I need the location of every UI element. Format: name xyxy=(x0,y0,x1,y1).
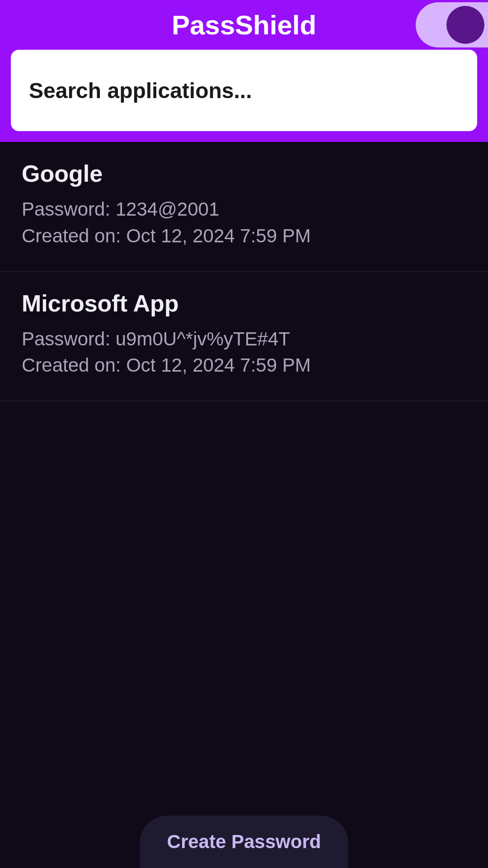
entry-created: Created on: Oct 12, 2024 7:59 PM xyxy=(22,352,466,379)
list-item[interactable]: Microsoft App Password: u9m0U^*jv%yTE#4T… xyxy=(0,272,488,401)
header: PassShield xyxy=(0,0,488,142)
app-title: PassShield xyxy=(172,9,316,41)
toggle-knob xyxy=(446,6,484,44)
app-screen: PassShield Google Password: 1234@2001 Cr… xyxy=(0,0,488,868)
create-password-button[interactable]: Create Password xyxy=(140,816,348,868)
list-item[interactable]: Google Password: 1234@2001 Created on: O… xyxy=(0,142,488,272)
entry-password: Password: u9m0U^*jv%yTE#4T xyxy=(22,326,466,353)
entry-name: Microsoft App xyxy=(22,290,466,317)
title-bar: PassShield xyxy=(0,0,488,50)
entry-name: Google xyxy=(22,160,466,187)
entry-created: Created on: Oct 12, 2024 7:59 PM xyxy=(22,223,466,250)
search-input[interactable] xyxy=(11,50,477,131)
search-container xyxy=(0,50,488,131)
entry-password: Password: 1234@2001 xyxy=(22,196,466,223)
password-list: Google Password: 1234@2001 Created on: O… xyxy=(0,142,488,868)
theme-toggle[interactable] xyxy=(416,2,488,47)
